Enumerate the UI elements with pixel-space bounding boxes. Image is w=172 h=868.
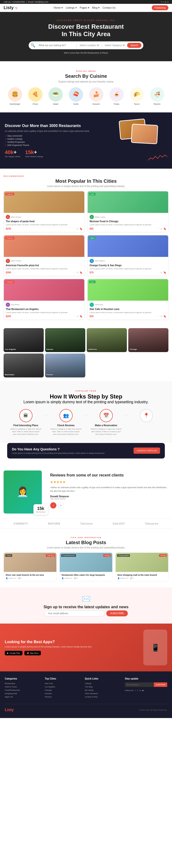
footer-cat-3[interactable]: Food/Restaurants (5, 689, 41, 691)
bookmark-icon-2[interactable]: 🔖 (163, 227, 166, 230)
cities-section: Los Angeles Kansas California Chicago Ma… (0, 324, 172, 381)
blog-card-1[interactable]: Travel 12th Aug River rear main branch a… (4, 553, 57, 582)
blog-card-2[interactable]: Food/Restaurant 18 Aug Restaurant often … (60, 553, 112, 582)
listing-card-2[interactable]: Open M Maria Lopez Mexican Food in Chica… (88, 191, 168, 232)
bookmark-icon-4[interactable]: 🔖 (163, 271, 166, 274)
footer-tw-icon[interactable]: t (137, 689, 138, 691)
heart-icon-2[interactable]: ♡ (157, 227, 159, 230)
blog-card-3[interactable]: Shopping/Mall 19 Aug Best shopping mall … (115, 553, 168, 582)
hero-category-select[interactable]: Select Category (104, 44, 126, 47)
footer-city-3[interactable]: Chicago (45, 689, 81, 691)
listing-card-4[interactable]: Open S Sam Wilson Orange County & San Di… (88, 235, 168, 276)
bookmark-icon-6[interactable]: 🔖 (163, 315, 166, 318)
footer-cat-4[interactable]: Shopping Mall (5, 692, 41, 694)
cuisine-hamburger[interactable]: 🍔 Hamburger (6, 87, 24, 105)
footer-in-icon[interactable]: in (139, 689, 141, 691)
app-store-button[interactable]: 🍎 App Store (24, 651, 41, 655)
heart-icon-6[interactable]: ♡ (157, 315, 159, 318)
footer-link-3[interactable]: My Listing (85, 689, 122, 691)
listing-card-1[interactable]: Featured A Allen Frazer The shapes of pa… (4, 191, 84, 232)
cuisine-salad[interactable]: 🥗 Salad (46, 87, 65, 105)
nav-contact[interactable]: Contact Us (102, 6, 115, 9)
newsletter-email-input[interactable] (44, 611, 104, 616)
heart-icon-1[interactable]: ♡ (73, 227, 75, 230)
compare-icon-3[interactable]: ⊕ (76, 271, 78, 274)
compare-icon-4[interactable]: ⊕ (160, 271, 162, 274)
nav-pages[interactable]: Pages ▾ (80, 6, 89, 9)
newsletter-subscribe-button[interactable]: SUBSCRIBE (106, 611, 128, 616)
cuisine-pasta[interactable]: 🍝 Pasta (107, 87, 126, 105)
google-play-button[interactable]: ▶ Google Play (5, 651, 23, 655)
bookmark-icon-1[interactable]: 🔖 (79, 227, 82, 230)
listing-title-3: American Favourite pizza hut (6, 264, 82, 267)
footer-link-2[interactable]: The Blog (85, 686, 122, 688)
cuisine-tacos[interactable]: 🌮 Tacos (128, 87, 146, 105)
bookmark-icon-5[interactable]: 🔖 (79, 315, 82, 318)
footer-city-2[interactable]: Los Angeles (45, 686, 81, 688)
cuisine-pizza[interactable]: 🍕 Pizza (26, 87, 44, 105)
hero-location-select[interactable]: Select Location (78, 44, 100, 47)
footer-subscribe-button[interactable]: SUBSCRIBE (154, 682, 167, 687)
city-name-california: California (88, 348, 97, 350)
hero-search-button[interactable]: Search (127, 43, 141, 48)
footer-yt-icon[interactable]: ▶ (142, 689, 144, 691)
city-kansas[interactable]: Kansas (45, 328, 85, 352)
listing-card-5[interactable]: Featured A Ana Berry Thai Restaurant Los… (4, 279, 84, 320)
faq-contact-button[interactable]: CONTACT WITH US (134, 447, 160, 454)
reviews-section: 👩‍💼 15k Top Reviews Reviews from some of… (0, 466, 172, 518)
listing-badge-3: Featured (5, 237, 14, 240)
listing-author-3: Allen Frazer (11, 260, 21, 262)
twitter-icon[interactable]: t (163, 1, 163, 3)
compare-icon-1[interactable]: ⊕ (76, 227, 78, 230)
listing-price-6: $16 (90, 315, 94, 318)
footer-cat-5[interactable]: Night Life (5, 696, 41, 698)
heart-icon-5[interactable]: ♡ (73, 315, 75, 318)
footer-fb-icon[interactable]: f (135, 689, 136, 691)
how-section: POPULAR TOUR How It Works Step by Step L… (0, 381, 172, 443)
footer-city-4[interactable]: Houston (45, 692, 81, 694)
nav-listings[interactable]: Listings ▾ (66, 6, 77, 9)
compare-icon-2[interactable]: ⊕ (160, 227, 162, 230)
footer-link-4[interactable]: Team Members (85, 692, 122, 694)
listing-card-3[interactable]: Featured A Allen Frazer American Favouri… (4, 235, 84, 276)
listing-user-2: M Maria Lopez (90, 215, 166, 219)
facebook-icon[interactable]: f (161, 1, 162, 3)
app-subtitle: Lorem ipsum is simply dummy text of the … (5, 646, 139, 648)
instagram-icon[interactable]: in (165, 1, 166, 3)
listing-user-1: A Allen Frazer (6, 215, 82, 219)
stat-happy-clients: 40k+ Our Happy Clients (5, 149, 20, 158)
footer-cat-1[interactable]: Restaurants (5, 682, 41, 685)
city-chicago[interactable]: Chicago (128, 328, 168, 352)
footer-link-1[interactable]: Listings (85, 682, 122, 685)
cuisine-dessert[interactable]: 🍰 Dessert (87, 87, 105, 105)
cuisine-ramen[interactable]: 🍜 Ramen (148, 87, 166, 105)
nav-cta-button[interactable]: Publishing (152, 5, 168, 10)
city-california[interactable]: California (87, 328, 127, 352)
footer-email-input[interactable] (125, 682, 154, 687)
footer-city-1[interactable]: New York (45, 682, 81, 685)
footer-city-5[interactable]: Phoenix (45, 696, 81, 698)
footer-newsletter-form: SUBSCRIBE (125, 682, 167, 687)
faq-title: Do You Have Any Questions ? (12, 447, 105, 451)
heart-icon-4[interactable]: ♡ (157, 271, 159, 274)
review-prev-button[interactable]: ‹ (50, 502, 56, 508)
cuisine-sushi[interactable]: 🍣 Sushi (67, 87, 85, 105)
hero-search-input[interactable] (37, 43, 75, 48)
listing-meta-1: $230 ♡ ⊕ 🔖 (6, 227, 82, 230)
compare-icon-5[interactable]: ⊕ (76, 315, 78, 318)
linkedin-icon[interactable]: li (168, 1, 168, 3)
footer-cat-2[interactable]: Hotel & Travel (5, 686, 41, 688)
compare-icon-6[interactable]: ⊕ (160, 315, 162, 318)
site-logo[interactable]: Listy °C (4, 5, 18, 10)
nav-blog[interactable]: Blog ▾ (92, 6, 100, 9)
review-next-button[interactable]: › (58, 502, 64, 508)
nav-home[interactable]: Home ▾ (54, 6, 63, 9)
footer-update-title: Stay update (125, 677, 167, 680)
city-manhattan[interactable]: Manhattan (4, 353, 44, 377)
heart-icon-3[interactable]: ♡ (73, 271, 75, 274)
bookmark-icon-3[interactable]: 🔖 (79, 271, 82, 274)
city-florida[interactable]: Florida (45, 353, 85, 377)
footer-link-5[interactable]: Contact & FAQ (85, 696, 122, 698)
listing-card-6[interactable]: Open J John Doe Star Cafe in Houston Lan… (88, 279, 168, 320)
city-los-angeles[interactable]: Los Angeles (4, 328, 44, 352)
